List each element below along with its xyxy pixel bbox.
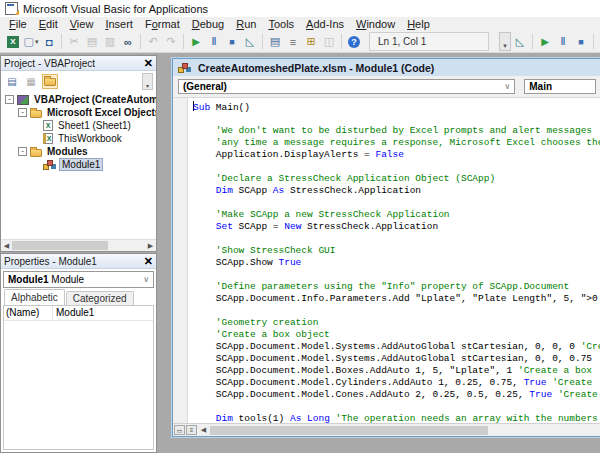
code-window: CreateAutomeshedPlate.xlsm - Module1 (Co… (172, 58, 600, 437)
menu-help[interactable]: Help (401, 17, 436, 31)
copy-icon: ▤ (83, 33, 101, 50)
view-code-icon[interactable]: ▤ (4, 74, 20, 89)
tree-item-module1[interactable]: Module1 (1, 158, 156, 171)
tree-item-modules[interactable]: -Modules (1, 145, 156, 158)
properties-panel-close-icon[interactable]: ✕ (144, 256, 153, 267)
code-window-combo-row: (General) ∨ Main (173, 76, 600, 98)
toolbar-separator (140, 34, 141, 49)
debug-break-icon[interactable]: ‖ (554, 33, 572, 50)
code-line: Sub Main() (193, 101, 600, 113)
toolbox-icon[interactable]: ⊞ (302, 33, 320, 50)
help-icon[interactable]: ? (345, 33, 363, 50)
tree-item-label: ThisWorkbook (56, 133, 124, 144)
tree-item-label: VBAProject (CreateAutomeshedPlate.xlsm) (32, 94, 156, 105)
code-line: SCApp.Document.Model.Cylinders.AddAuto 1… (193, 377, 600, 389)
menu-insert[interactable]: Insert (99, 17, 139, 31)
menu-window[interactable]: Window (350, 17, 401, 31)
save-icon[interactable]: ◘ (40, 33, 58, 50)
property-name-cell: (Name) (4, 306, 53, 320)
title-bar: Microsoft Visual Basic for Applications (0, 0, 600, 18)
tree-item-microsoft-excel-objects[interactable]: -Microsoft Excel Objects (1, 106, 156, 119)
full-module-view-button[interactable]: ≡ (186, 425, 197, 435)
menu-edit[interactable]: Edit (33, 17, 64, 31)
line-col-indicator: Ln 1, Col 1 (369, 32, 489, 51)
toggle-folders-icon[interactable] (42, 74, 58, 89)
toolbar: X▢▾◘✂▤▥∞↶↷▶‖■◺▤≡⊞◫?Ln 1, Col 1▾◺▶‖■●↳▭ (0, 31, 600, 53)
breakpoint-margin[interactable] (173, 98, 188, 423)
toolbar-separator (262, 34, 263, 49)
design-mode-icon[interactable]: ◺ (241, 33, 259, 50)
properties-window-icon[interactable]: ≡ (284, 33, 302, 50)
code-line: 'Create a box object (193, 329, 600, 341)
code-line: 'Declare a StressCheck Application Objec… (193, 173, 600, 185)
code-line: SCApp.Document.Model.Boxes.AddAuto 1, 5,… (193, 365, 600, 377)
code-line: SCApp.Document.Model.Cones.AddAuto 2, 0.… (193, 389, 600, 401)
menu-debug[interactable]: Debug (186, 17, 230, 31)
toolbar-separator (532, 34, 533, 49)
code-text-area[interactable]: Sub Main() 'We don't want to be disturbe… (188, 98, 600, 423)
tab-alphabetic[interactable]: Alphabetic (4, 289, 65, 305)
menu-addins[interactable]: Add-Ins (300, 17, 350, 31)
menu-run[interactable]: Run (230, 17, 262, 31)
procedure-view-button[interactable]: ▭ (174, 425, 185, 435)
find-icon[interactable]: ∞ (119, 33, 137, 50)
tree-expander-icon[interactable]: - (5, 95, 14, 104)
toolbar-options-overflow[interactable]: ▾ (499, 32, 511, 51)
tree-item-sheet1-sheet1[interactable]: XSheet1 (Sheet1) (1, 119, 156, 132)
procedure-dropdown[interactable]: Main (524, 79, 596, 94)
menu-tools[interactable]: Tools (262, 17, 300, 31)
properties-panel-header: Properties - Module1 ✕ (1, 254, 156, 269)
paste-icon: ▥ (101, 33, 119, 50)
run-macro-icon[interactable]: ▶ (187, 33, 205, 50)
scroll-right-icon[interactable]: ▶ (145, 242, 156, 250)
properties-tabs: Alphabetic Categorized (1, 290, 156, 305)
debug-run-icon[interactable]: ▶ (536, 33, 554, 50)
menu-file[interactable]: File (3, 17, 33, 31)
project-horizontal-scrollbar[interactable]: ◀ ▶ (1, 239, 156, 251)
module-icon (178, 63, 191, 73)
break-icon[interactable]: ‖ (205, 33, 223, 50)
project-tree: -VBAProject (CreateAutomeshedPlate.xlsm)… (1, 91, 156, 239)
tree-item-vbaproject-createautomeshedplate-xlsm[interactable]: -VBAProject (CreateAutomeshedPlate.xlsm) (1, 93, 156, 106)
project-toolbar-overflow[interactable]: ▾ (142, 73, 153, 90)
code-line (193, 305, 600, 317)
code-line: SCApp.Document.Model.Systems.AddAutoGlob… (193, 353, 600, 365)
scroll-thumb[interactable] (210, 426, 488, 435)
scroll-left-icon[interactable]: ◀ (198, 426, 209, 434)
code-line (193, 161, 600, 173)
code-line (193, 401, 600, 413)
sheet-icon: X (43, 120, 53, 131)
property-row[interactable]: (Name) Module1 (4, 306, 153, 321)
object-dropdown[interactable]: (General) ∨ (178, 79, 515, 94)
tree-item-thisworkbook[interactable]: XThisWorkbook (1, 132, 156, 145)
code-line: Dim tools(1) As Long 'The operation need… (193, 413, 600, 423)
properties-object-select[interactable]: Module1 Module ∨ (3, 271, 154, 288)
code-line: 'Show StressCheck GUI (193, 245, 600, 257)
code-line (193, 233, 600, 245)
project-panel-close-icon[interactable]: ✕ (144, 58, 153, 69)
code-horizontal-scrollbar[interactable]: ▭ ≡ ◀ (173, 423, 600, 436)
toolbar-separator (61, 34, 62, 49)
reset-icon[interactable]: ■ (223, 33, 241, 50)
tab-categorized[interactable]: Categorized (66, 291, 134, 305)
tree-expander-icon[interactable]: - (18, 147, 27, 156)
cut-icon: ✂ (65, 33, 83, 50)
insert-userform-icon[interactable]: ▢▾ (22, 33, 40, 50)
scroll-left-icon[interactable]: ◀ (1, 242, 12, 250)
menu-view[interactable]: View (64, 17, 100, 31)
code-window-title-bar[interactable]: CreateAutomeshedPlate.xlsm - Module1 (Co… (173, 59, 600, 76)
chevron-down-icon: ∨ (143, 275, 149, 284)
view-microsoft-excel-icon[interactable]: X (4, 33, 22, 50)
toolbar-separator (183, 34, 184, 49)
debug-design-mode-icon[interactable]: ◺ (511, 33, 529, 50)
chevron-down-icon: ∨ (504, 82, 510, 91)
view-object-icon[interactable]: ▦ (23, 74, 39, 89)
property-value-cell[interactable]: Module1 (53, 306, 153, 320)
code-line (193, 269, 600, 281)
dropdown-caret-icon[interactable]: ▾ (35, 38, 39, 46)
tree-expander-icon[interactable]: - (18, 108, 27, 117)
debug-reset-icon[interactable]: ■ (572, 33, 590, 50)
scroll-thumb[interactable] (12, 241, 108, 250)
project-explorer-icon[interactable]: ▤ (266, 33, 284, 50)
menu-format[interactable]: Format (139, 17, 186, 31)
